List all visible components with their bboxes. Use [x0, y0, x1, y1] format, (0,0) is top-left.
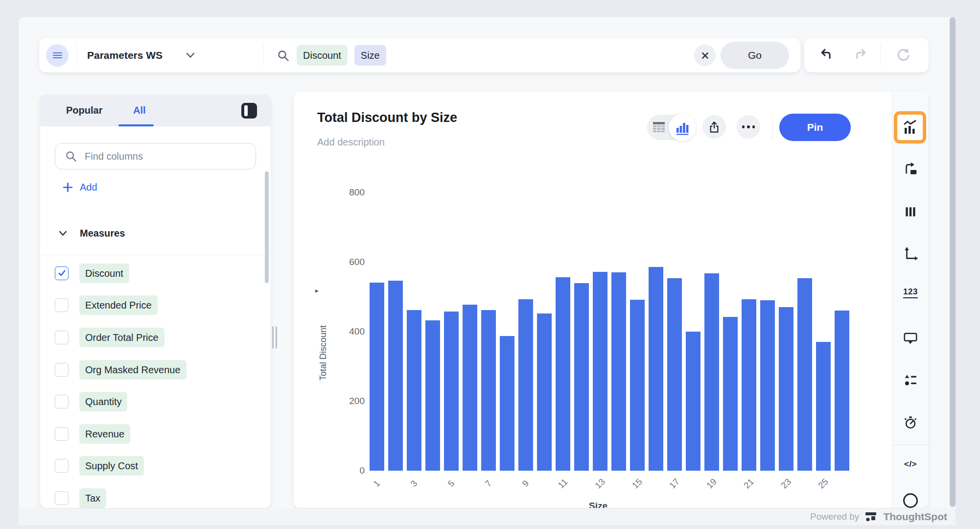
measure-row[interactable]: Extended Price — [40, 289, 265, 322]
more-options-button[interactable] — [737, 115, 760, 139]
active-tab-underline — [118, 124, 154, 126]
measures-section-header[interactable]: Measures — [59, 228, 125, 239]
number-format-button[interactable]: 123 — [903, 285, 918, 300]
measure-token[interactable]: Discount — [79, 264, 129, 283]
timer-button[interactable] — [903, 415, 918, 430]
table-chart-toggle[interactable] — [647, 115, 695, 140]
bar-size-8[interactable] — [500, 336, 514, 471]
bar-size-23[interactable] — [779, 307, 793, 471]
chart-view-selected[interactable] — [669, 114, 696, 141]
checkbox[interactable] — [55, 427, 69, 441]
y-axis-title[interactable]: Total Discount — [318, 325, 328, 381]
columns-panel-header: Popular All — [40, 95, 271, 126]
bar-size-15[interactable] — [630, 300, 645, 471]
bar-size-12[interactable] — [574, 283, 589, 471]
bar-size-6[interactable] — [463, 305, 477, 471]
bar-size-1[interactable] — [370, 283, 384, 471]
scrollbar[interactable] — [950, 17, 956, 507]
bar-size-16[interactable] — [649, 267, 663, 471]
checkbox[interactable] — [55, 459, 69, 473]
checkbox[interactable] — [55, 298, 69, 312]
search-token-discount[interactable]: Discount — [297, 45, 348, 66]
code-icon: </> — [904, 459, 917, 469]
measure-row[interactable]: Tax — [40, 482, 265, 508]
measure-token[interactable]: Org Masked Revenue — [79, 360, 187, 380]
measure-row[interactable]: Supply Cost — [40, 450, 265, 482]
bar-size-19[interactable] — [704, 273, 719, 471]
measure-row[interactable]: Discount — [40, 257, 265, 289]
bar-size-9[interactable] — [518, 299, 533, 471]
bar-size-17[interactable] — [667, 278, 682, 471]
chart-config-button[interactable] — [894, 111, 926, 144]
columns-panel: Popular All Find columns Add Measures Di… — [40, 95, 271, 508]
bar-size-11[interactable] — [556, 277, 570, 471]
bar-size-21[interactable] — [742, 299, 756, 471]
panel-resize-handle[interactable] — [272, 326, 277, 349]
tab-all[interactable]: All — [133, 95, 146, 126]
bar-size-3[interactable] — [407, 310, 421, 471]
checkbox[interactable] — [55, 331, 69, 344]
hamburger-menu-button[interactable] — [46, 44, 69, 67]
x-tick-label: 21 — [738, 473, 759, 494]
measure-token[interactable]: Extended Price — [79, 295, 158, 315]
bar-size-5[interactable] — [444, 312, 459, 471]
change-visualization-button[interactable] — [903, 162, 918, 176]
checkbox[interactable] — [55, 395, 69, 409]
table-view-icon[interactable] — [653, 121, 665, 133]
redo-button[interactable] — [852, 47, 869, 60]
answer-title[interactable]: Total Discount by Size — [317, 110, 457, 125]
divider — [76, 44, 77, 67]
measure-token[interactable]: Revenue — [79, 424, 130, 444]
clear-search-button[interactable] — [694, 45, 716, 66]
find-columns-input[interactable]: Find columns — [55, 143, 256, 169]
tooltip-button[interactable] — [903, 331, 918, 346]
bar-size-18[interactable] — [686, 332, 700, 471]
search-token-size[interactable]: Size — [354, 45, 386, 66]
undo-button[interactable] — [818, 47, 835, 60]
bar-size-25[interactable] — [816, 342, 831, 471]
axes-button[interactable] — [903, 246, 918, 261]
legend-button[interactable] — [903, 373, 918, 387]
measure-row[interactable]: Order Total Price — [40, 321, 265, 354]
x-tick-label: 11 — [552, 473, 573, 494]
bar-size-22[interactable] — [760, 300, 775, 471]
search-bar: Parameters WS DiscountSize Go — [39, 38, 800, 72]
measure-row[interactable]: Org Masked Revenue — [40, 354, 265, 386]
share-button[interactable] — [702, 115, 726, 139]
measure-token[interactable]: Supply Cost — [79, 456, 144, 476]
measure-token[interactable]: Order Total Price — [79, 328, 164, 347]
columns-button[interactable] — [903, 204, 918, 219]
collapse-panel-button[interactable] — [241, 103, 257, 119]
bar-size-20[interactable] — [723, 317, 738, 471]
measure-row[interactable]: Revenue — [40, 418, 265, 450]
measure-row[interactable]: Quantity — [40, 385, 265, 418]
pin-button[interactable]: Pin — [779, 114, 851, 141]
add-column-button[interactable]: Add — [63, 182, 97, 193]
x-axis-title[interactable]: Size — [579, 501, 618, 508]
bar-size-7[interactable] — [481, 310, 496, 471]
divider — [772, 118, 773, 140]
checkbox[interactable] — [55, 491, 69, 505]
code-button[interactable]: </> — [903, 457, 918, 472]
add-description-placeholder[interactable]: Add description — [317, 137, 385, 148]
bar-size-10[interactable] — [537, 313, 552, 471]
go-button[interactable]: Go — [721, 42, 789, 69]
bar-size-13[interactable] — [593, 272, 607, 471]
bar-size-14[interactable] — [611, 272, 626, 471]
chart-config-icon — [902, 120, 918, 135]
measure-token[interactable]: Quantity — [79, 392, 127, 411]
panel-scrollbar[interactable] — [265, 171, 269, 283]
checkbox[interactable] — [55, 363, 69, 377]
bar-size-26[interactable] — [835, 311, 849, 471]
more-settings-button[interactable] — [903, 493, 918, 508]
worksheet-name[interactable]: Parameters WS — [87, 38, 163, 72]
measure-token[interactable]: Tax — [79, 488, 106, 508]
bar-size-4[interactable] — [425, 320, 440, 471]
x-tick-label: 7 — [478, 473, 499, 494]
tab-popular[interactable]: Popular — [66, 95, 102, 126]
checkbox[interactable] — [55, 266, 69, 280]
reset-button[interactable] — [895, 47, 911, 63]
bar-size-2[interactable] — [388, 281, 403, 471]
bar-size-24[interactable] — [797, 278, 812, 471]
chevron-down-icon[interactable] — [186, 52, 195, 59]
